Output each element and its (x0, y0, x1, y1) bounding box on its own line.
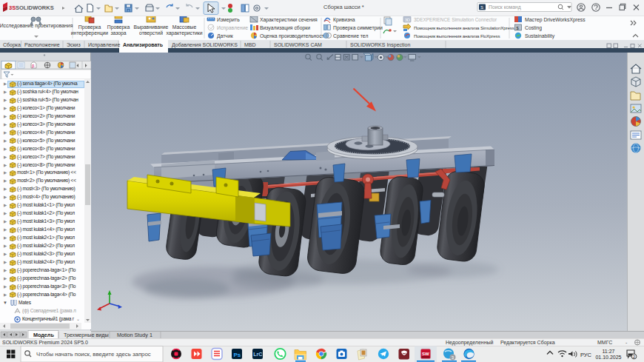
svg-text:2: 2 (633, 355, 635, 359)
svg-text:3S: 3S (9, 4, 16, 11)
svg-text:Оценка производительности: Оценка производительности (260, 33, 327, 39)
svg-text:Визуализация сборки: Визуализация сборки (260, 25, 310, 31)
svg-text:Мастер DriveWorksXpress: Мастер DriveWorksXpress (525, 17, 586, 23)
svg-text:Проверка симметрии: Проверка симметрии (333, 25, 383, 31)
svg-text:Исправление: Исправление (88, 42, 120, 48)
svg-text:Помощник выполнения анализа Fl: Помощник выполнения анализа FloXpress (414, 33, 500, 38)
svg-text:Сборка: Сборка (3, 42, 21, 48)
svg-text:Исследование проектирования: Исследование проектирования (0, 23, 73, 29)
svg-text:Ps: Ps (234, 352, 241, 358)
svg-text:Sustainability: Sustainability (525, 33, 555, 39)
svg-text:SOLIDWORKS Inspection: SOLIDWORKS Inspection (350, 42, 410, 48)
svg-text:зазора: зазора (110, 30, 126, 36)
svg-text:Добавления SOLIDWORKS: Добавления SOLIDWORKS (172, 42, 238, 48)
svg-text:Эскиз: Эскиз (67, 42, 81, 47)
svg-text:Кривизна: Кривизна (333, 17, 355, 23)
svg-text:Motion Study 1: Motion Study 1 (117, 332, 152, 338)
svg-text:11:27: 11:27 (603, 349, 615, 354)
svg-text:SW: SW (422, 352, 429, 356)
svg-text:Трехмерные виды: Трехмерные виды (64, 332, 109, 338)
svg-text:интерференции: интерференции (71, 30, 109, 36)
svg-text:Проверка: Проверка (78, 24, 101, 30)
svg-text:РУС: РУС (580, 352, 592, 358)
svg-text:Выравнивание: Выравнивание (134, 24, 169, 30)
svg-text:Характеристики сечения: Характеристики сечения (260, 17, 318, 23)
svg-text:характеристики: характеристики (166, 30, 202, 36)
svg-text:Датчик: Датчик (217, 33, 233, 39)
svg-text:01.10.2025: 01.10.2025 (595, 355, 621, 360)
svg-text:Модель: Модель (33, 332, 54, 338)
svg-text:LrC: LrC (253, 352, 262, 357)
svg-text:Проверка: Проверка (107, 24, 130, 30)
svg-text:3DEXPERIENCE Simulation Connec: 3DEXPERIENCE Simulation Connector (414, 17, 497, 22)
svg-text:SOLIDWORKS: SOLIDWORKS (16, 4, 54, 11)
svg-text:3D: 3D (405, 18, 410, 22)
svg-text:Измерить: Измерить (217, 17, 240, 23)
svg-text:Сборка шасси *: Сборка шасси * (323, 4, 364, 10)
svg-text:SOLIDWORKS CAM: SOLIDWORKS CAM (274, 42, 322, 47)
svg-text:Расположение: Расположение (24, 42, 60, 47)
svg-text:MBD: MBD (244, 42, 256, 47)
svg-text:Поиск команд: Поиск команд (489, 4, 521, 10)
svg-text:Чтобы начать поиск, введите зд: Чтобы начать поиск, введите здесь запрос (36, 351, 151, 358)
svg-text:Помощник выполнения анализа Si: Помощник выполнения анализа SimulationXp… (414, 25, 514, 30)
svg-text:S: S (480, 5, 483, 10)
svg-text:β: β (32, 64, 35, 68)
svg-text:Сравнение тел: Сравнение тел (333, 33, 368, 39)
svg-text:Costing: Costing (525, 25, 542, 31)
svg-text:Исправление: Исправление (217, 25, 248, 31)
svg-text:Анализировать: Анализировать (123, 42, 164, 48)
svg-text:отверстий: отверстий (139, 30, 163, 36)
svg-text:Массовые: Массовые (172, 24, 197, 30)
